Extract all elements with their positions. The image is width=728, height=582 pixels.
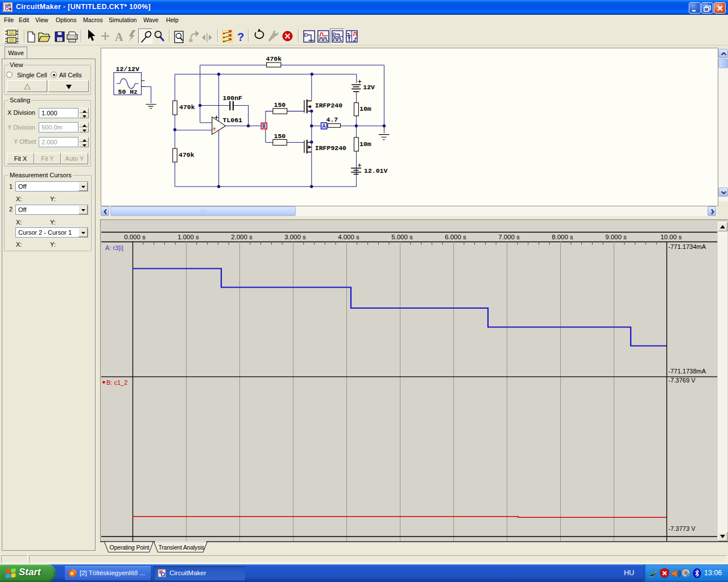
svg-text:0.000 s: 0.000 s [124, 234, 146, 240]
svg-text:Transient Analysis: Transient Analysis [159, 544, 205, 551]
svg-text:470k: 470k [179, 151, 195, 159]
svg-text:IRFP240: IRFP240 [315, 102, 342, 109]
svg-text:B: B [262, 123, 266, 130]
svg-text:1.000 s: 1.000 s [177, 234, 199, 240]
svg-text:A: r3[i]: A: r3[i] [105, 244, 123, 251]
svg-text:8.000 s: 8.000 s [552, 234, 573, 240]
svg-text:IRFP9240: IRFP9240 [315, 144, 346, 152]
svg-text:?: ? [237, 31, 244, 43]
svg-text:12V: 12V [363, 84, 375, 91]
svg-text:A: A [322, 123, 326, 130]
svg-text:2.000 s: 2.000 s [231, 234, 253, 240]
svg-text:Operating Point: Operating Point [110, 544, 150, 551]
svg-text:150: 150 [274, 132, 286, 140]
svg-text:100nF: 100nF [223, 94, 243, 102]
svg-text:5.000 s: 5.000 s [391, 234, 413, 240]
svg-text:7.000 s: 7.000 s [498, 234, 520, 240]
svg-text:50 Hz: 50 Hz [118, 88, 138, 95]
svg-text:10m: 10m [359, 105, 371, 113]
svg-text:4.000 s: 4.000 s [338, 234, 359, 240]
svg-text:B: c1_2: B: c1_2 [106, 379, 127, 386]
svg-text:12/12V: 12/12V [116, 65, 140, 73]
svg-text:470k: 470k [179, 103, 195, 111]
svg-text:4.7: 4.7 [326, 116, 338, 123]
svg-text:A: A [115, 31, 123, 43]
svg-text:9.000 s: 9.000 s [605, 234, 627, 240]
svg-text:10.00 s: 10.00 s [660, 234, 682, 240]
svg-text:-771.1734mA: -771.1734mA [668, 243, 706, 250]
svg-text:-7.3769 V: -7.3769 V [668, 377, 696, 384]
svg-text:6.000 s: 6.000 s [445, 234, 466, 240]
svg-text:10m: 10m [359, 140, 371, 148]
svg-text:TL061: TL061 [223, 117, 243, 124]
svg-text:-7.3773 V: -7.3773 V [668, 525, 696, 532]
svg-text:470k: 470k [266, 55, 282, 63]
svg-text:12.01V: 12.01V [364, 167, 388, 174]
svg-text:3.000 s: 3.000 s [284, 234, 306, 240]
svg-text:150: 150 [274, 101, 286, 109]
svg-text:-771.1738mA: -771.1738mA [668, 368, 706, 375]
